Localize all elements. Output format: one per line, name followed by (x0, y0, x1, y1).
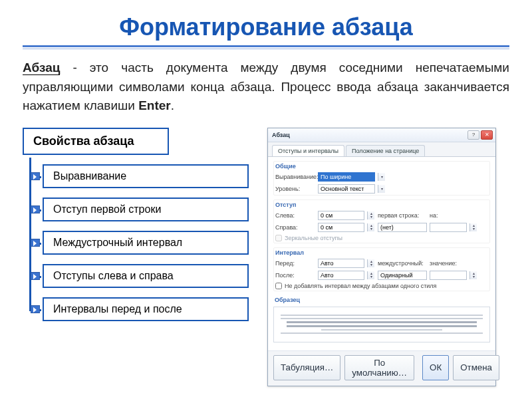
tree-item: Отступ первой строки (43, 198, 249, 221)
first-line-value-input[interactable] (430, 223, 467, 232)
bullet-icon (31, 172, 40, 180)
definition-tail: . (171, 98, 174, 112)
group-spacing-label: Интервал (274, 248, 489, 257)
definition-key: Enter (138, 98, 171, 112)
tab-pageposition[interactable]: Положение на странице (346, 145, 425, 156)
property-box: Отступ первой строки (43, 198, 249, 221)
first-line-select[interactable]: (нет) (378, 223, 427, 232)
spinner-icon[interactable]: ▴▾ (469, 223, 477, 231)
definition-term: Абзац (23, 61, 60, 75)
checkbox-icon[interactable] (275, 283, 282, 289)
tree-item: Междустрочный интервал (43, 231, 249, 255)
checkbox-icon[interactable] (275, 235, 282, 241)
property-box: Выравнивание (43, 164, 249, 188)
indent-left-input[interactable]: 0 см (318, 211, 364, 220)
dialog-tabs: Отступы и интервалы Положение на страниц… (268, 142, 495, 157)
spinner-icon[interactable]: ▴▾ (367, 211, 374, 219)
indent-right-label: Справа: (275, 224, 315, 231)
paragraph-dialog: Абзац ? ✕ Отступы и интервалы Положение … (267, 128, 496, 386)
tree-item: Выравнивание (43, 164, 249, 188)
bullet-icon (31, 305, 40, 313)
on-label: на: (430, 212, 467, 219)
property-box: Отступы слева и справа (43, 264, 249, 288)
linespacing-select[interactable]: Одинарный (378, 271, 427, 280)
space-after-label: После: (275, 272, 315, 279)
bullet-icon (31, 272, 40, 280)
properties-tree: Выравнивание Отступ первой строки Междус… (43, 164, 249, 321)
space-before-input[interactable]: Авто (318, 259, 364, 268)
bullet-icon (31, 239, 40, 247)
property-box: Междустрочный интервал (43, 231, 249, 255)
definition-text: - это часть документа между двумя соседн… (23, 61, 509, 112)
value-label: значение: (430, 260, 467, 267)
nosamestyle-checkbox[interactable]: Не добавлять интервал между абзацами одн… (274, 281, 489, 291)
group-indent-label: Отступ (274, 200, 489, 209)
tree-item: Интервалы перед и после (43, 297, 249, 321)
chevron-down-icon[interactable]: ▾ (378, 173, 385, 181)
linespacing-value-input[interactable] (430, 271, 467, 280)
indent-left-label: Слева: (275, 212, 315, 219)
close-icon[interactable]: ✕ (481, 130, 493, 140)
level-label: Уровень: (275, 186, 315, 192)
group-general-label: Общие (274, 162, 489, 171)
spinner-icon[interactable]: ▴▾ (367, 259, 374, 267)
tab-indents[interactable]: Отступы и интервалы (272, 145, 344, 156)
dialog-caption: Абзац (272, 132, 466, 138)
alignment-label: Выравнивание: (275, 174, 315, 180)
spinner-icon[interactable]: ▴▾ (469, 271, 477, 279)
space-after-input[interactable]: Авто (318, 271, 364, 280)
mirror-indent-checkbox[interactable]: Зеркальные отступы (274, 233, 489, 243)
level-select[interactable]: Основной текст (318, 184, 375, 194)
alignment-select[interactable]: По ширине (318, 172, 375, 182)
spinner-icon[interactable]: ▴▾ (367, 223, 374, 231)
property-box: Интервалы перед и после (43, 297, 249, 321)
indent-right-input[interactable]: 0 см (318, 223, 364, 232)
space-before-label: Перед: (275, 260, 315, 267)
properties-root: Свойства абзаца (23, 128, 169, 155)
divider (23, 45, 509, 49)
page-title: Форматирование абзаца (23, 13, 509, 41)
cancel-button[interactable]: Отмена (453, 355, 499, 380)
ok-button[interactable]: ОК (422, 355, 449, 380)
default-button[interactable]: По умолчанию… (344, 355, 414, 380)
chevron-down-icon[interactable]: ▾ (378, 185, 385, 193)
tabs-button[interactable]: Табуляция… (273, 355, 340, 380)
tree-item: Отступы слева и справа (43, 264, 249, 288)
linespacing-label: междустрочный: (378, 260, 427, 267)
sample-preview (273, 307, 490, 342)
sample-label: Образец (273, 295, 490, 305)
spinner-icon[interactable]: ▴▾ (367, 271, 374, 279)
definition-paragraph: Абзац - это часть документа между двумя … (23, 59, 509, 116)
help-icon[interactable]: ? (467, 130, 479, 140)
bullet-icon (31, 205, 40, 213)
first-line-label: первая строка: (378, 212, 427, 219)
dialog-titlebar: Абзац ? ✕ (268, 128, 495, 142)
